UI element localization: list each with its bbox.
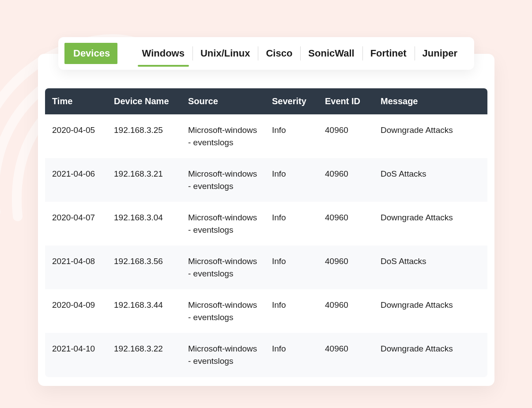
cell-message: DoS Attacks xyxy=(374,246,487,289)
cell-device: 192.168.3.56 xyxy=(107,246,181,289)
cell-severity: Info xyxy=(265,289,318,333)
events-table: Time Device Name Source Severity Event I… xyxy=(45,88,487,377)
cell-time: 2020-04-05 xyxy=(45,114,107,158)
cell-source: Microsoft-windows - eventslogs xyxy=(181,114,265,158)
devices-dropdown[interactable]: Devices xyxy=(64,43,117,64)
tab-juniper[interactable]: Juniper xyxy=(415,46,465,60)
col-header-message[interactable]: Message xyxy=(374,88,487,114)
cell-device: 192.168.3.25 xyxy=(107,114,181,158)
col-header-severity[interactable]: Severity xyxy=(265,88,318,114)
cell-device: 192.168.3.44 xyxy=(107,289,181,333)
table-row[interactable]: 2020-04-07192.168.3.04Microsoft-windows … xyxy=(45,202,487,246)
tab-windows[interactable]: Windows xyxy=(134,46,192,60)
toolbar: Devices WindowsUnix/LinuxCiscoSonicWallF… xyxy=(58,37,474,70)
cell-source: Microsoft-windows - eventslogs xyxy=(181,289,265,333)
cell-message: Downgrade Attacks xyxy=(374,333,487,377)
col-header-device[interactable]: Device Name xyxy=(107,88,181,114)
table-row[interactable]: 2021-04-10192.168.3.22Microsoft-windows … xyxy=(45,333,487,377)
cell-source: Microsoft-windows - eventslogs xyxy=(181,246,265,289)
cell-device: 192.168.3.04 xyxy=(107,202,181,246)
cell-event-id: 40960 xyxy=(318,202,374,246)
col-header-event-id[interactable]: Event ID xyxy=(318,88,374,114)
cell-time: 2020-04-07 xyxy=(45,202,107,246)
cell-source: Microsoft-windows - eventslogs xyxy=(181,158,265,202)
cell-source: Microsoft-windows - eventslogs xyxy=(181,333,265,377)
tab-cisco[interactable]: Cisco xyxy=(258,46,300,60)
table-row[interactable]: 2020-04-05192.168.3.25Microsoft-windows … xyxy=(45,114,487,158)
cell-event-id: 40960 xyxy=(318,333,374,377)
table-row[interactable]: 2021-04-06192.168.3.21Microsoft-windows … xyxy=(45,158,487,202)
cell-device: 192.168.3.21 xyxy=(107,158,181,202)
table-row[interactable]: 2021-04-08192.168.3.56Microsoft-windows … xyxy=(45,246,487,289)
cell-event-id: 40960 xyxy=(318,246,374,289)
tab-sonicwall[interactable]: SonicWall xyxy=(300,46,362,60)
cell-source: Microsoft-windows - eventslogs xyxy=(181,202,265,246)
cell-device: 192.168.3.22 xyxy=(107,333,181,377)
log-panel: Time Device Name Source Severity Event I… xyxy=(38,54,494,386)
cell-time: 2021-04-10 xyxy=(45,333,107,377)
cell-time: 2021-04-08 xyxy=(45,246,107,289)
cell-message: Downgrade Attacks xyxy=(374,289,487,333)
col-header-time[interactable]: Time xyxy=(45,88,107,114)
cell-severity: Info xyxy=(265,158,318,202)
table-row[interactable]: 2020-04-09192.168.3.44Microsoft-windows … xyxy=(45,289,487,333)
cell-message: Downgrade Attacks xyxy=(374,114,487,158)
cell-event-id: 40960 xyxy=(318,289,374,333)
cell-severity: Info xyxy=(265,246,318,289)
cell-event-id: 40960 xyxy=(318,114,374,158)
cell-message: Downgrade Attacks xyxy=(374,202,487,246)
col-header-source[interactable]: Source xyxy=(181,88,265,114)
table-header-row: Time Device Name Source Severity Event I… xyxy=(45,88,487,114)
device-type-tabs: WindowsUnix/LinuxCiscoSonicWallFortinetJ… xyxy=(134,37,465,70)
cell-severity: Info xyxy=(265,202,318,246)
devices-dropdown-label: Devices xyxy=(65,44,117,63)
cell-message: DoS Attacks xyxy=(374,158,487,202)
cell-event-id: 40960 xyxy=(318,158,374,202)
tab-fortinet[interactable]: Fortinet xyxy=(362,46,415,60)
tab-unix-linux[interactable]: Unix/Linux xyxy=(192,46,258,60)
cell-time: 2020-04-09 xyxy=(45,289,107,333)
cell-time: 2021-04-06 xyxy=(45,158,107,202)
cell-severity: Info xyxy=(265,114,318,158)
cell-severity: Info xyxy=(265,333,318,377)
